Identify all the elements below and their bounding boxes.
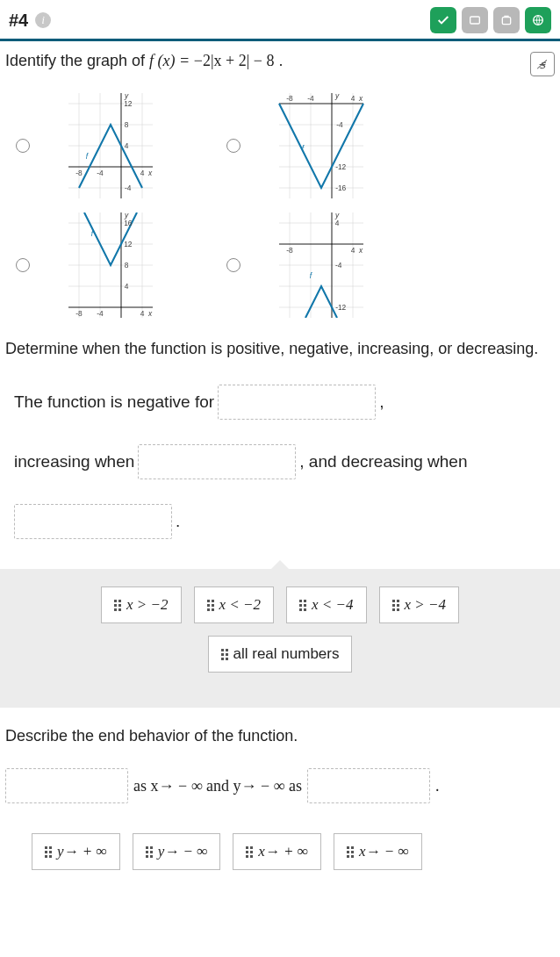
tile-label: y→ − ∞	[158, 843, 208, 860]
axis-x: x	[147, 169, 153, 177]
tile-x-gt-neg2[interactable]: x > −2	[101, 586, 182, 623]
tick: -4	[97, 169, 104, 177]
f-label: f	[302, 144, 305, 153]
prompt-lead: Identify the graph of	[5, 52, 149, 69]
axis-y: y	[124, 93, 129, 100]
tick: 8	[125, 120, 129, 129]
tick: -8	[286, 94, 293, 103]
question-header: #4 i	[0, 0, 560, 41]
option-b-radio[interactable]	[226, 139, 241, 153]
tick: 4	[125, 141, 129, 150]
sentence-1: The function is negative for ,	[14, 385, 546, 420]
tick: 4	[125, 282, 129, 291]
f-label: f	[310, 271, 313, 280]
drop-slot-end-right[interactable]	[307, 768, 430, 803]
grip-icon	[207, 600, 214, 611]
globe-icon	[531, 13, 545, 27]
check-icon	[436, 13, 450, 27]
tile-y-neg-inf[interactable]: y→ − ∞	[133, 833, 221, 870]
prompt-row: Identify the graph of f (x) = −2|x + 2| …	[5, 52, 555, 76]
axis-x: x	[358, 246, 363, 255]
drop-slot-negative[interactable]	[218, 385, 376, 420]
tick: -4	[97, 309, 104, 318]
tile-x-lt-neg4[interactable]: x < −4	[286, 586, 367, 623]
option-c-radio[interactable]	[16, 258, 30, 272]
tick: 4	[335, 219, 340, 227]
tick: 8	[125, 261, 129, 270]
tile-label: all real numbers	[233, 645, 340, 663]
grip-icon	[146, 846, 153, 858]
axis-y: y	[124, 212, 129, 219]
text: , and decreasing when	[299, 452, 467, 471]
f-label: f	[86, 152, 90, 161]
option-a-graph[interactable]: -8 -4 4 12 8 4 -4 f x y	[40, 93, 181, 198]
end-behavior-sentence: as x→ − ∞ and y→ − ∞ as .	[5, 768, 555, 803]
tick: 4	[351, 246, 355, 255]
grip-icon	[299, 600, 306, 611]
tick: 16	[124, 219, 133, 227]
tile-label: y→ + ∞	[57, 843, 107, 860]
tile-x-gt-neg4[interactable]: x > −4	[379, 586, 460, 623]
drop-slot-decreasing[interactable]	[14, 504, 172, 539]
tick: -8	[286, 246, 293, 255]
tile-label: x→ − ∞	[359, 843, 409, 860]
tick: 4	[351, 94, 355, 103]
sentence-2: increasing when , and decreasing when	[14, 444, 546, 479]
tile-x-neg-inf[interactable]: x→ − ∞	[334, 833, 422, 870]
axis-x: x	[147, 309, 153, 318]
tile-label: x > −4	[405, 596, 447, 614]
drop-slot-end-left[interactable]	[5, 768, 128, 803]
tile-x-pos-inf[interactable]: x→ + ∞	[233, 833, 321, 870]
drop-slot-increasing[interactable]	[138, 444, 296, 479]
option-a-radio[interactable]	[16, 139, 30, 153]
axis-y: y	[334, 212, 340, 219]
option-c-graph[interactable]: -8 -4 4 16 12 8 4 f x y	[40, 212, 181, 318]
svg-rect-1	[502, 18, 510, 25]
answer-bank-1: x > −2 x < −2 x < −4 x > −4 all real num…	[0, 569, 560, 708]
share-button[interactable]	[493, 7, 520, 33]
text: .	[176, 512, 180, 531]
option-b-graph[interactable]: -8 -4 4 -4 -12 -16 f x y	[251, 93, 391, 198]
strike-icon: s̸	[540, 58, 546, 71]
grip-icon	[114, 600, 121, 611]
grip-icon	[347, 846, 354, 858]
flag-button[interactable]	[462, 7, 488, 33]
tick: -8	[75, 169, 83, 177]
share-icon	[499, 13, 513, 27]
tick: -4	[307, 94, 314, 103]
comma: ,	[379, 392, 384, 412]
strike-tool-button[interactable]: s̸	[530, 52, 555, 76]
fill-in-area: The function is negative for , increasin…	[5, 379, 555, 569]
svg-rect-0	[470, 17, 480, 24]
header-left: #4 i	[9, 11, 51, 31]
grip-icon	[392, 600, 399, 611]
info-icon[interactable]: i	[35, 12, 51, 28]
prompt-func-rhs: −2|x + 2| − 8	[194, 52, 275, 69]
grip-icon	[221, 649, 228, 660]
axis-y: y	[334, 93, 340, 100]
prompt-period: .	[278, 52, 283, 69]
grip-icon	[246, 846, 253, 858]
graph-options: -8 -4 4 12 8 4 -4 f x y -8 -4	[5, 89, 555, 322]
check-button[interactable]	[430, 7, 456, 33]
tick: -4	[335, 261, 342, 270]
end-behavior-prompt: Describe the end behavior of the functio…	[5, 727, 555, 745]
text: increasing when	[14, 452, 134, 471]
tick: 12	[124, 240, 133, 248]
prompt-func-lhs: f (x) =	[149, 52, 194, 69]
tile-label: x < −4	[312, 596, 354, 614]
tick: 12	[124, 99, 133, 108]
tile-x-lt-neg2[interactable]: x < −2	[194, 586, 275, 623]
option-d-graph[interactable]: -8 4 4 -4 -12 f x y	[251, 212, 391, 318]
globe-button[interactable]	[525, 7, 551, 33]
answer-bank-2: y→ + ∞ y→ − ∞ x→ + ∞ x→ − ∞	[5, 833, 555, 870]
option-d-radio[interactable]	[226, 258, 241, 272]
question-body: Identify the graph of f (x) = −2|x + 2| …	[0, 41, 560, 900]
tile-all-real[interactable]: all real numbers	[208, 636, 353, 673]
tick: -12	[335, 303, 346, 312]
tick: -8	[75, 309, 83, 318]
tick: -12	[335, 162, 346, 171]
tile-y-pos-inf[interactable]: y→ + ∞	[32, 833, 120, 870]
tick: -4	[125, 183, 132, 192]
question-number: #4	[9, 11, 28, 31]
